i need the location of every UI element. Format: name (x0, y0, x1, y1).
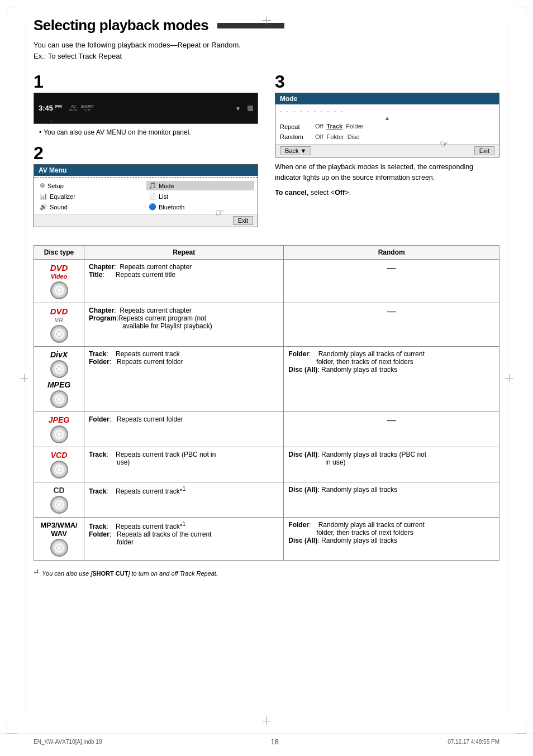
disc-cell-dvd-vr: DVD VR (34, 303, 84, 347)
disc-label-jpeg: JPEG (39, 415, 79, 424)
bottom-bar: EN_KW-AVX710[A].indb 18 18 07.12.17 4:48… (0, 734, 533, 746)
left-margin (26, 22, 26, 711)
repeat-folder-mp3: Folder (89, 530, 110, 538)
random-cell-dvd-video: — (284, 260, 499, 303)
repeat-chapter-vr-label: Chapter (89, 307, 114, 314)
cancel-prefix: To cancel, (275, 189, 308, 197)
corner-br (516, 724, 526, 734)
mode-back-btn[interactable]: Back ▼ (280, 146, 311, 155)
hand-cursor-2: ☞ (215, 207, 224, 219)
bluetooth-icon: 🔵 (149, 203, 156, 210)
repeat-track-divx: Track (89, 350, 106, 358)
disc-label-cd: CD (39, 486, 79, 495)
mode-random-label: Random (280, 133, 311, 140)
av-menu-setup: ⚙ Setup (37, 181, 145, 190)
mode-random-options: Off Folder Disc (315, 133, 494, 140)
table-row-mp3: MP3/WMA/WAV Track: Repeats current track… (34, 518, 499, 561)
step-1-note: You can also use AV MENU on the monitor … (39, 128, 258, 136)
repeat-cell-cd: Track: Repeats current track*1 (84, 482, 284, 518)
av-menu-sound: 🔊 Sound (37, 202, 145, 212)
list-label: List (159, 193, 168, 200)
mode-mockup: Mode - - - - - - - - - - ▲ Repeat Off Tr… (275, 93, 499, 157)
step-1-number: 1 (34, 73, 258, 90)
repeat-cell-dvd-vr: Chapter: Repeats current chapter Program… (84, 303, 284, 347)
av-menu-exit-row: Exit (34, 214, 258, 227)
mode-repeat-label: Repeat (280, 123, 311, 130)
mode-random-row: Random Off Folder Disc (280, 132, 494, 142)
random-cell-divx: Folder: Randomly plays all tracks of cur… (284, 347, 499, 412)
repeat-title-label: Title (89, 271, 102, 279)
bluetooth-label: Bluetooth (159, 204, 184, 210)
repeat-track-cd: Track (89, 487, 106, 495)
title-text: Selecting playback modes (34, 17, 208, 34)
table-row-vcd: VCD Track: Repeats current track (PBC no… (34, 447, 499, 482)
equalizer-label: Equalizer (50, 193, 75, 200)
disc-label-vcd: VCD (39, 451, 79, 460)
disc-icon-jpeg (50, 425, 68, 443)
bottom-file: EN_KW-AVX710[A].indb 18 (34, 739, 102, 745)
crosshair-bottom (262, 716, 271, 725)
av-menu-mockup: AV Menu ⚙ Setup 🎵 Mode 📊 Eq (34, 164, 258, 227)
intro-line1: You can use the following playback modes… (34, 40, 499, 51)
table-row-divx-mpeg: DivX MPEG Track: Repeats current track F… (34, 347, 499, 412)
repeat-cell-vcd: Track: Repeats current track (PBC not in… (84, 447, 284, 482)
screen-time: 3:45 PM (39, 104, 62, 112)
step-2-number: 2 (34, 144, 258, 162)
page-container: Selecting playback modes You can use the… (0, 0, 533, 756)
mode-repeat-options: Off Track Folder (315, 123, 494, 130)
repeat-folder-jpeg: Folder (89, 415, 110, 423)
table-row-jpeg: JPEG Folder: Repeats current folder — (34, 412, 499, 447)
mode-icon: 🎵 (149, 182, 156, 189)
repeat-track-vcd: Track (89, 451, 106, 458)
av-menu-title: AV Menu (34, 165, 258, 176)
disc-cell-mp3: MP3/WMA/WAV (34, 518, 84, 561)
step-left: 1 3:45 PM AV MENU SHORT CUT (34, 73, 258, 232)
title-bar (217, 23, 284, 28)
mode-exit-btn[interactable]: Exit (474, 146, 494, 155)
step-1: 1 3:45 PM AV MENU SHORT CUT (34, 73, 258, 136)
disc-icon-dvd-video (50, 281, 68, 299)
av-menu-divider (34, 177, 258, 178)
random-folder-mp3: Folder (288, 521, 309, 529)
table-row-cd: CD Track: Repeats current track*1 Disc (… (34, 482, 499, 518)
footnote-text: You can also use [SHORT CUT] to turn on … (42, 570, 218, 577)
repeat-cell-dvd-video: Chapter: Repeats current chapter Title: … (84, 260, 284, 303)
disc-icon-vcd (50, 461, 68, 479)
disc-icon-dvd-vr (50, 325, 68, 343)
hand-cursor-3: ☞ (440, 138, 449, 150)
disc-cell-vcd: VCD (34, 447, 84, 482)
step-1-note-text: You can also use AV MENU on the monitor … (44, 128, 191, 136)
repeat-cell-mp3: Track: Repeats current track*1 Folder: R… (84, 518, 284, 561)
random-folder-divx: Folder (288, 350, 309, 358)
short-label: SHORT (80, 104, 94, 108)
disc-cell-cd: CD (34, 482, 84, 518)
disc-icon-mp3 (50, 539, 68, 557)
av-menu-exit-btn[interactable]: Exit (233, 216, 253, 225)
cut-label: CUT (84, 108, 91, 112)
random-disc-mp3: Disc (All) (288, 537, 317, 544)
av-menu-list: 📄 List (146, 192, 254, 201)
hand-cursor-1: ☞ (45, 114, 55, 128)
cancel-text: To cancel, select <Off>. (275, 189, 499, 197)
disc-cell-divx-mpeg: DivX MPEG (34, 347, 84, 412)
mode-content: - - - - - - - - - - ▲ Repeat Off Track F… (275, 104, 499, 144)
step-3: 3 Mode - - - - - - - - - - ▲ Repeat Off … (275, 73, 499, 197)
playback-table: Disc type Repeat Random DVD Video Chapte… (34, 245, 499, 561)
disc-label-divx: DivX (39, 350, 79, 359)
disc-label-dvd-video: DVD Video (39, 263, 79, 280)
disc-icon-mpeg (50, 390, 68, 408)
disc-label-mp3: MP3/WMA/WAV (39, 521, 79, 538)
equalizer-icon: 📊 (40, 193, 47, 200)
table-header-repeat: Repeat (84, 246, 284, 260)
screen-mockup-1: 3:45 PM AV MENU SHORT CUT (34, 93, 258, 124)
list-icon: 📄 (149, 193, 156, 200)
repeat-track: Track (326, 123, 342, 130)
intro-text: You can use the following playback modes… (34, 40, 499, 61)
mode-dashes: - - - - - - - - - - (280, 108, 494, 114)
mode-footer: Back ▼ Exit (275, 144, 499, 157)
disc-label-mpeg: MPEG (39, 380, 79, 389)
repeat-off: Off (315, 123, 323, 130)
av-menu-mode[interactable]: 🎵 Mode (146, 181, 254, 190)
menu-label: MENU (69, 108, 79, 112)
footnote: *1 You can also use [SHORT CUT] to turn … (34, 568, 499, 577)
